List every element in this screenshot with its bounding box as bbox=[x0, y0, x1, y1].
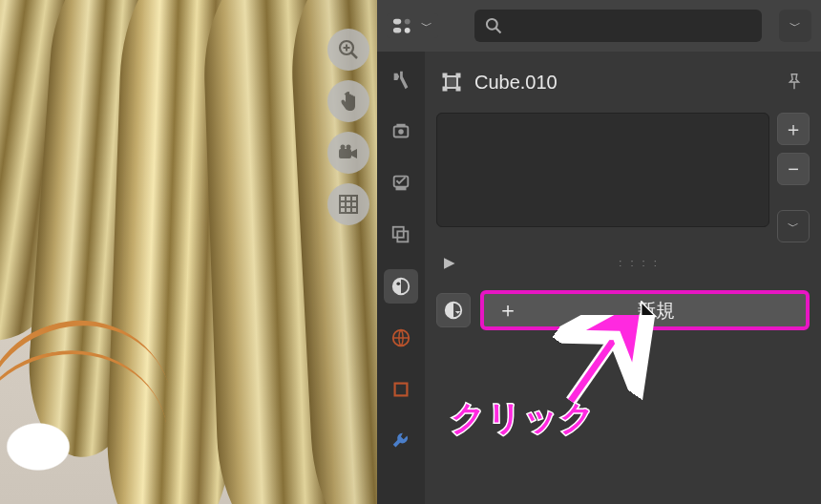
svg-point-20 bbox=[398, 129, 404, 135]
tab-material[interactable] bbox=[384, 269, 418, 304]
pin-icon[interactable] bbox=[781, 69, 808, 95]
options-dropdown[interactable]: ﹀ bbox=[779, 10, 811, 42]
search-icon bbox=[484, 16, 503, 35]
tab-world[interactable] bbox=[384, 321, 418, 355]
properties-panel: ﹀ ﹀ bbox=[377, 0, 821, 504]
svg-rect-13 bbox=[393, 28, 401, 33]
svg-rect-28 bbox=[395, 384, 408, 396]
viewport-3d[interactable] bbox=[0, 0, 377, 504]
object-name: Cube.010 bbox=[474, 72, 771, 94]
svg-rect-4 bbox=[339, 149, 351, 158]
object-header: Cube.010 bbox=[436, 61, 810, 103]
resize-grip-icon[interactable]: : : : : bbox=[469, 257, 810, 268]
camera-icon[interactable] bbox=[327, 132, 369, 174]
grid-icon[interactable] bbox=[327, 183, 369, 225]
material-selector-row: ＋ 新規 bbox=[436, 290, 810, 330]
tab-viewlayer[interactable] bbox=[384, 218, 418, 252]
tab-modifier[interactable] bbox=[384, 424, 418, 458]
tab-object[interactable] bbox=[384, 372, 418, 407]
svg-rect-31 bbox=[456, 74, 460, 77]
chevron-down-icon: ﹀ bbox=[421, 18, 432, 34]
tab-tool[interactable] bbox=[384, 63, 418, 97]
chevron-down-icon: ﹀ bbox=[789, 18, 801, 34]
svg-point-26 bbox=[396, 282, 400, 285]
properties-search-input[interactable] bbox=[474, 10, 762, 42]
new-material-button[interactable]: ＋ 新規 bbox=[480, 290, 810, 330]
material-slot-area: ＋ − ﹀ bbox=[436, 113, 810, 242]
tab-output[interactable] bbox=[384, 166, 418, 200]
zoom-icon[interactable] bbox=[327, 29, 369, 71]
browse-material-dropdown[interactable] bbox=[436, 293, 471, 327]
svg-rect-30 bbox=[443, 74, 447, 77]
tab-render[interactable] bbox=[384, 115, 418, 149]
remove-slot-button[interactable]: − bbox=[777, 153, 810, 185]
svg-rect-22 bbox=[396, 187, 407, 191]
svg-point-16 bbox=[487, 19, 497, 30]
svg-rect-19 bbox=[396, 124, 405, 127]
svg-point-14 bbox=[405, 19, 410, 25]
svg-rect-29 bbox=[446, 76, 457, 88]
svg-point-6 bbox=[347, 145, 351, 150]
slot-specials-dropdown[interactable]: ﹀ bbox=[777, 210, 810, 242]
new-material-label: 新規 bbox=[528, 298, 806, 324]
svg-rect-12 bbox=[393, 19, 401, 25]
material-slot-list[interactable] bbox=[436, 113, 769, 227]
plus-icon: ＋ bbox=[497, 296, 518, 325]
viewport-gizmo-column bbox=[327, 29, 369, 225]
svg-point-5 bbox=[341, 145, 346, 150]
properties-tabs bbox=[377, 52, 425, 504]
add-slot-button[interactable]: ＋ bbox=[777, 113, 810, 145]
svg-line-1 bbox=[351, 52, 357, 58]
material-properties-body: Cube.010 ＋ − ﹀ ▶ : : : : bbox=[425, 52, 821, 504]
preview-play-icon[interactable]: ▶ bbox=[444, 254, 455, 271]
chevron-down-icon: ﹀ bbox=[788, 219, 799, 235]
properties-header: ﹀ ﹀ bbox=[377, 0, 821, 52]
svg-point-15 bbox=[405, 28, 410, 33]
material-slot-footer: ▶ : : : : bbox=[436, 248, 810, 277]
mesh-icon bbox=[438, 69, 465, 95]
editor-type-selector[interactable]: ﹀ bbox=[387, 13, 438, 38]
svg-rect-7 bbox=[340, 196, 357, 213]
svg-rect-33 bbox=[456, 87, 460, 91]
svg-rect-32 bbox=[443, 87, 447, 91]
svg-line-17 bbox=[496, 29, 501, 33]
material-slot-buttons: ＋ − ﹀ bbox=[777, 113, 810, 242]
properties-editor-icon bbox=[392, 17, 415, 34]
move-icon[interactable] bbox=[327, 80, 369, 122]
